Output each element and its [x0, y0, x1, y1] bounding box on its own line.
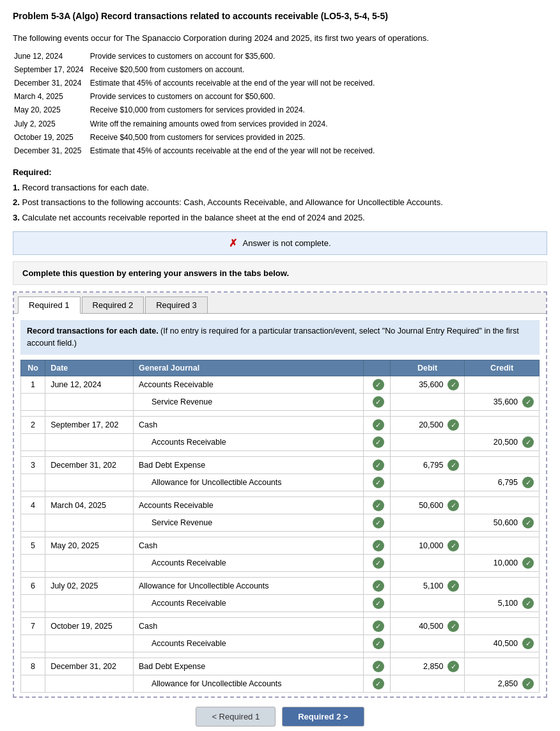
debit-check-icon: ✓	[447, 620, 459, 632]
row-debit[interactable]	[390, 554, 465, 571]
row-credit[interactable]: 6,795✓	[465, 473, 540, 491]
credit-value: 50,600✓	[470, 517, 534, 528]
row-debit[interactable]	[390, 635, 465, 652]
row-debit[interactable]	[390, 473, 465, 491]
row-no	[21, 473, 45, 491]
page-title: Problem 5-3A (Algo) Record transactions …	[13, 10, 547, 23]
row-debit[interactable]: 40,500✓	[390, 617, 465, 635]
row-no	[21, 514, 45, 531]
row-credit[interactable]: 10,000✓	[465, 554, 540, 571]
row-account[interactable]: Accounts Receivable	[133, 635, 363, 652]
check-icon: ✓	[373, 419, 384, 431]
journal-row: Allowance for Uncollectible Accounts✓6,7…	[21, 473, 540, 491]
row-credit[interactable]	[465, 577, 540, 594]
row-no	[21, 554, 45, 571]
credit-value: 20,500✓	[470, 436, 534, 448]
row-date	[45, 473, 134, 491]
row-account[interactable]: Cash	[133, 416, 363, 433]
row-account[interactable]: Bad Debt Expense	[133, 456, 363, 473]
row-credit[interactable]	[465, 617, 540, 635]
row-debit[interactable]: 35,600✓	[390, 376, 465, 393]
check-icon: ✓	[373, 557, 384, 569]
row-no	[21, 635, 45, 652]
row-debit[interactable]: 20,500✓	[390, 416, 465, 433]
row-debit[interactable]: 50,600✓	[390, 496, 465, 514]
row-date: December 31, 202	[45, 456, 134, 473]
row-debit[interactable]: 6,795✓	[390, 456, 465, 473]
spacer-row	[21, 450, 540, 456]
row-credit[interactable]: 2,850✓	[465, 675, 540, 692]
row-check: ✓	[364, 456, 390, 473]
journal-row: Allowance for Uncollectible Accounts✓2,8…	[21, 675, 540, 692]
prev-button[interactable]: < Required 1	[196, 707, 276, 727]
row-account[interactable]: Service Revenue	[133, 393, 363, 410]
journal-row: Service Revenue✓50,600✓	[21, 514, 540, 531]
row-debit[interactable]: 2,850✓	[390, 658, 465, 675]
row-credit[interactable]	[465, 376, 540, 393]
credit-check-icon: ✓	[522, 638, 534, 649]
alert-icon: ✗	[229, 237, 237, 249]
event-row: December 31, 2024Estimate that 45% of ac…	[14, 77, 380, 89]
row-account[interactable]: Cash	[133, 537, 363, 554]
event-description: Write off the remaining amounts owed fro…	[90, 118, 380, 130]
col-header-debit: Debit	[390, 360, 465, 376]
debit-check-icon: ✓	[447, 459, 459, 471]
row-debit[interactable]	[390, 594, 465, 612]
row-credit[interactable]: 50,600✓	[465, 514, 540, 531]
row-check: ✓	[364, 514, 390, 531]
tab-required-2[interactable]: Required 2	[82, 296, 144, 313]
row-no	[21, 393, 45, 410]
event-description: Receive $10,000 from customers for servi…	[90, 104, 380, 116]
row-account[interactable]: Accounts Receivable	[133, 376, 363, 393]
spacer-row	[21, 531, 540, 537]
row-debit[interactable]	[390, 675, 465, 692]
row-debit[interactable]: 5,100✓	[390, 577, 465, 594]
row-check: ✓	[364, 496, 390, 514]
row-credit[interactable]: 5,100✓	[465, 594, 540, 612]
row-account[interactable]: Allowance for Uncollectible Accounts	[133, 473, 363, 491]
debit-value: 40,500✓	[396, 620, 460, 632]
next-button[interactable]: Required 2 >	[282, 707, 364, 727]
row-no	[21, 675, 45, 692]
row-credit[interactable]	[465, 496, 540, 514]
row-credit[interactable]	[465, 416, 540, 433]
row-credit[interactable]	[465, 658, 540, 675]
row-account[interactable]: Service Revenue	[133, 514, 363, 531]
row-account[interactable]: Accounts Receivable	[133, 594, 363, 612]
row-no: 3	[21, 456, 45, 473]
event-date: December 31, 2025	[14, 145, 89, 157]
debit-check-icon: ✓	[447, 661, 459, 672]
tab-required-3[interactable]: Required 3	[145, 296, 208, 313]
row-debit[interactable]	[390, 514, 465, 531]
row-debit[interactable]	[390, 433, 465, 450]
row-check: ✓	[364, 376, 390, 393]
row-credit[interactable]	[465, 537, 540, 554]
journal-table: No Date General Journal Debit Credit 1Ju…	[20, 360, 540, 693]
check-icon: ✓	[373, 620, 384, 632]
event-description: Provide services to customers on account…	[90, 91, 380, 103]
row-credit[interactable]: 40,500✓	[465, 635, 540, 652]
debit-value: 5,100✓	[396, 580, 460, 592]
row-credit[interactable]: 35,600✓	[465, 393, 540, 410]
row-date	[45, 433, 134, 450]
journal-row: 8December 31, 202Bad Debt Expense✓2,850✓	[21, 658, 540, 675]
row-account[interactable]: Accounts Receivable	[133, 433, 363, 450]
row-check: ✓	[364, 473, 390, 491]
event-date: March 4, 2025	[14, 91, 89, 103]
row-debit[interactable]: 10,000✓	[390, 537, 465, 554]
row-account[interactable]: Accounts Receivable	[133, 496, 363, 514]
tab-required-1[interactable]: Required 1	[18, 296, 81, 314]
events-table: June 12, 2024Provide services to custome…	[13, 49, 381, 159]
row-account[interactable]: Allowance for Uncollectible Accounts	[133, 675, 363, 692]
row-check: ✓	[364, 635, 390, 652]
row-account[interactable]: Bad Debt Expense	[133, 658, 363, 675]
row-debit[interactable]	[390, 393, 465, 410]
row-credit[interactable]: 20,500✓	[465, 433, 540, 450]
row-account[interactable]: Cash	[133, 617, 363, 635]
row-account[interactable]: Accounts Receivable	[133, 554, 363, 571]
row-account[interactable]: Allowance for Uncollectible Accounts	[133, 577, 363, 594]
event-row: September 17, 2024Receive $20,500 from c…	[14, 64, 380, 76]
col-header-no: No	[21, 360, 45, 376]
event-date: June 12, 2024	[14, 50, 89, 63]
row-credit[interactable]	[465, 456, 540, 473]
